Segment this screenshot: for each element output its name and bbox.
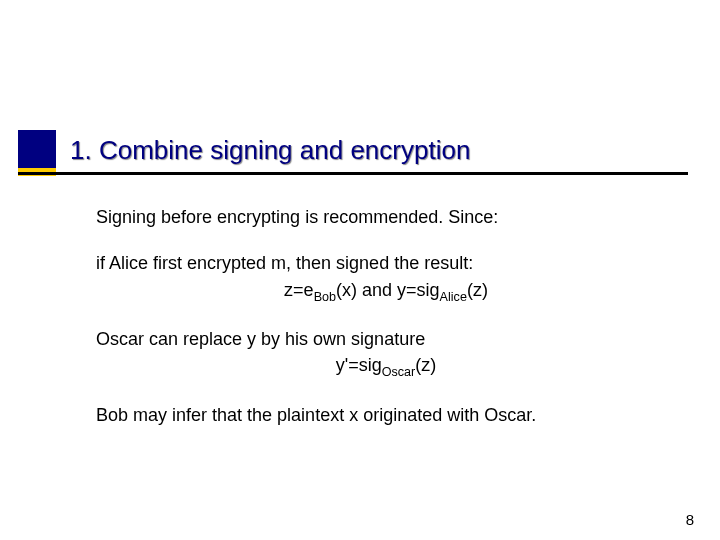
f1-sub-bob: Bob — [314, 289, 336, 303]
slide: 1. Combine signing and encryption Signin… — [0, 0, 720, 540]
f1-sub-alice: Alice — [440, 289, 467, 303]
f1-part-b: (x) and y=sig — [336, 280, 440, 300]
formula-oscar-sig: y'=sigOscar(z) — [96, 353, 676, 381]
accent-square-icon — [18, 130, 56, 168]
formula-encrypt-sign: z=eBob(x) and y=sigAlice(z) — [96, 278, 676, 306]
slide-body: Signing before encrypting is recommended… — [96, 205, 676, 449]
title-underline — [18, 172, 688, 175]
f1-part-a: z=e — [284, 280, 314, 300]
attack-text: Oscar can replace y by his own signature… — [96, 327, 676, 381]
scenario-line: if Alice first encrypted m, then signed … — [96, 253, 473, 273]
conclusion-text: Bob may infer that the plaintext x origi… — [96, 403, 676, 427]
f2-part-a: y'=sig — [336, 355, 382, 375]
f1-part-c: (z) — [467, 280, 488, 300]
f2-part-b: (z) — [415, 355, 436, 375]
intro-text: Signing before encrypting is recommended… — [96, 205, 676, 229]
f2-sub-oscar: Oscar — [382, 365, 416, 379]
page-number: 8 — [686, 511, 694, 528]
slide-title: 1. Combine signing and encryption — [70, 135, 470, 166]
scenario-text: if Alice first encrypted m, then signed … — [96, 251, 676, 305]
attack-line: Oscar can replace y by his own signature — [96, 329, 425, 349]
